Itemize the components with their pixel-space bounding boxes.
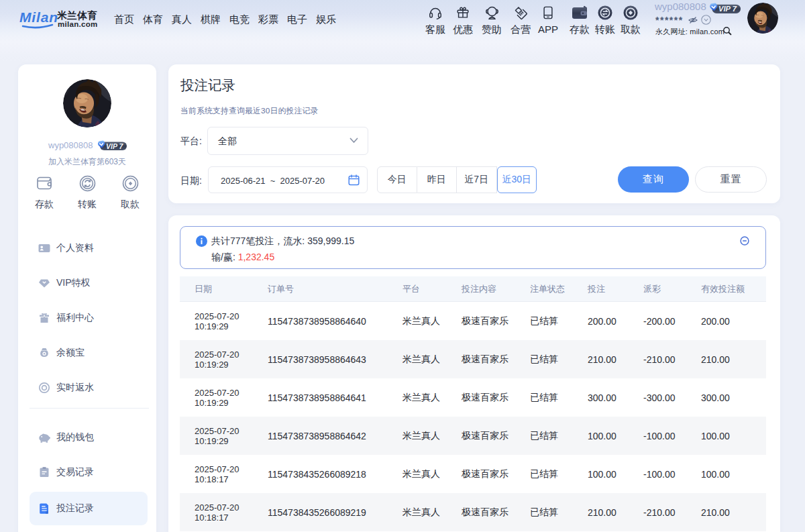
svg-text:Milan: Milan (19, 9, 58, 25)
